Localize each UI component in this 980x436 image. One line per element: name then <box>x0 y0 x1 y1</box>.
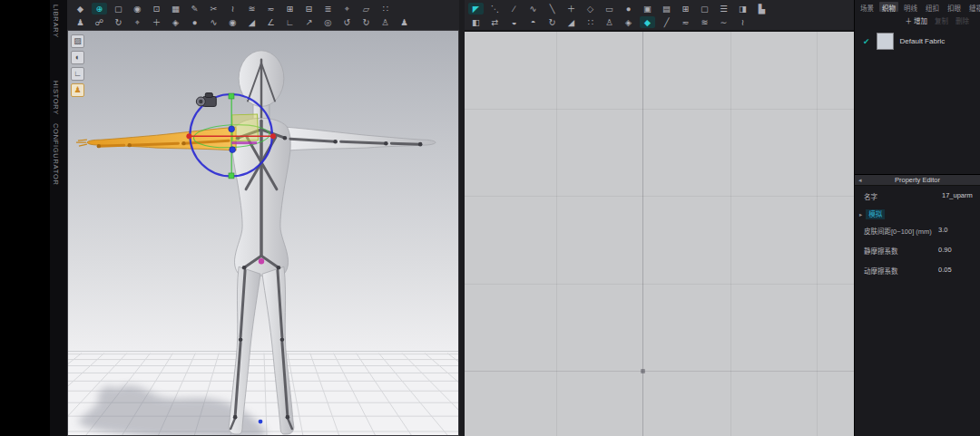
delete-fabric-button[interactable]: 删除 <box>956 15 969 25</box>
edit-sew-2d-icon[interactable]: ≀ <box>735 16 750 28</box>
sew-segment-2d-icon[interactable]: ≂ <box>678 16 693 28</box>
tab-buttonhole[interactable]: 扣眼 <box>945 2 964 12</box>
pin-2d-icon[interactable]: ◆ <box>640 16 655 28</box>
pin-box-icon[interactable]: ⊡ <box>149 3 164 15</box>
select-box-icon[interactable]: ▢ <box>111 3 126 15</box>
add-fabric-button[interactable]: ＋ 增加 <box>905 15 927 25</box>
attach-pin-icon[interactable]: ⌖ <box>130 16 145 28</box>
wind-icon[interactable]: ∿ <box>206 16 221 28</box>
fabric-swatch[interactable] <box>877 33 894 50</box>
tab-topstitch[interactable]: 明线 <box>901 2 920 12</box>
pose-avatar-icon[interactable]: ♟ <box>73 16 88 28</box>
figure-b-icon[interactable]: ♟ <box>397 16 412 28</box>
spin-right-icon[interactable]: ↻ <box>358 16 374 28</box>
tab-library[interactable]: LIBRARY <box>52 5 60 38</box>
edit-pattern-icon[interactable]: ⋱ <box>487 3 503 15</box>
arrange-point-icon[interactable]: ∷ <box>583 16 598 28</box>
pin-icon[interactable]: ◉ <box>130 3 145 15</box>
check-icon[interactable]: ✔ <box>863 37 870 46</box>
sew-free-icon[interactable]: ≀ <box>225 3 240 15</box>
sew-segment-icon[interactable]: ≋ <box>244 3 260 15</box>
sew-wave-icon[interactable]: ∼ <box>716 16 731 28</box>
select-mesh-icon[interactable]: ▦ <box>168 3 183 15</box>
clone-icon[interactable]: ◨ <box>735 3 750 15</box>
figure-a-icon[interactable]: ♙ <box>377 16 393 28</box>
sphere-icon[interactable]: ● <box>187 16 202 28</box>
flip-horizontal-icon[interactable]: ◒ <box>506 16 522 28</box>
name-value[interactable]: 17_uparm <box>942 191 980 199</box>
scissors-icon[interactable]: ✂ <box>206 3 221 15</box>
add-point-icon[interactable]: ＋ <box>564 3 579 15</box>
property-section-simulation[interactable]: ▸ 模拟 <box>855 205 980 221</box>
edit-point-line-icon[interactable]: ∕ <box>506 3 522 15</box>
camera-gizmo-icon[interactable] <box>196 93 216 107</box>
flatten-icon[interactable]: ▱ <box>358 3 374 15</box>
tab-button[interactable]: 纽扣 <box>923 2 942 12</box>
expand-arrow-icon[interactable]: ▸ <box>859 211 862 218</box>
arrangement-points-icon[interactable]: ∷ <box>377 3 393 15</box>
avatar-display-toggle[interactable]: ♟ <box>71 83 84 97</box>
show-avatar-toggle[interactable]: ◐ <box>71 51 84 64</box>
tab-configurator[interactable]: CONFIGURATOR <box>52 123 60 186</box>
sew-free-2d-icon[interactable]: ╱ <box>659 16 674 28</box>
avatar-circle-icon[interactable]: ◎ <box>320 16 336 28</box>
sewing-machine-icon[interactable]: ▙ <box>754 3 769 15</box>
rotate-joint-icon[interactable]: ↻ <box>111 16 126 28</box>
point-icon[interactable]: ◉ <box>225 16 240 28</box>
joint-select-icon[interactable]: ☍ <box>92 16 107 28</box>
show-arrangement-toggle[interactable]: ∟ <box>71 67 84 81</box>
property-row: 皮肤间距[0~100] (mm) 3.0 <box>855 221 980 241</box>
glue-tack-icon[interactable]: ＋ <box>149 16 164 28</box>
property-editor-header[interactable]: ◂ Property Editor <box>855 175 980 186</box>
attach-avatar-icon[interactable]: ♙ <box>602 16 617 28</box>
sew-mn-icon[interactable]: ≋ <box>697 16 712 28</box>
reinforce-icon[interactable]: ◈ <box>621 16 636 28</box>
dart-icon[interactable]: ▣ <box>640 3 655 15</box>
toolbar-2d: ◤⋱∕∿╲＋◇▭●▣▤⊞▢☰◨▙ ◧⇄◒◓↻◢∷♙◈◆╱≂≋∼≀ <box>459 0 854 30</box>
simulate-icon[interactable]: ◆ <box>73 3 88 15</box>
fabric-list-item[interactable]: ✔ Default Fabric <box>855 26 980 55</box>
topstitch-icon[interactable]: ≣ <box>320 3 336 15</box>
tab-scene[interactable]: 场景 <box>858 2 877 12</box>
collapse-icon[interactable]: ◂ <box>858 177 862 184</box>
spin-left-icon[interactable]: ↺ <box>339 16 355 28</box>
pelvis-root-joint[interactable] <box>259 258 264 264</box>
angle-a-icon[interactable]: ∠ <box>263 16 279 28</box>
edit-curvature-icon[interactable]: ∿ <box>525 3 541 15</box>
pleat-icon[interactable]: ▤ <box>659 3 674 15</box>
show-garment-toggle[interactable]: ▨ <box>71 34 84 48</box>
measure-tape-icon[interactable]: ⌖ <box>339 3 355 15</box>
mirror-pattern-icon[interactable]: ⇄ <box>487 16 503 28</box>
iron-icon[interactable]: ◢ <box>564 16 579 28</box>
viewport-3d[interactable]: ▨◐∟♟ <box>67 30 459 436</box>
select-move-icon[interactable]: ⊕ <box>92 3 107 15</box>
object-browser-tabs: 场景织物明线纽扣扣眼缝褶 <box>855 0 980 13</box>
flip-vertical-icon[interactable]: ◓ <box>525 16 541 28</box>
tab-fabric[interactable]: 织物 <box>879 2 898 12</box>
unfold-icon[interactable]: ◧ <box>468 16 484 28</box>
copy-fabric-button[interactable]: 复制 <box>935 15 948 25</box>
rectangle-icon[interactable]: ▭ <box>602 3 617 15</box>
angle-b-icon[interactable]: ∟ <box>282 16 298 28</box>
strengthen-icon[interactable]: ◈ <box>168 16 183 28</box>
trace-icon[interactable]: ▢ <box>697 3 712 15</box>
pattern-window-2d[interactable] <box>465 30 854 436</box>
edit-sewing-icon[interactable]: ≂ <box>263 3 279 15</box>
avatar-origin-point[interactable] <box>259 420 263 424</box>
grade-icon[interactable]: ☰ <box>716 3 731 15</box>
property-row: 动摩擦系数 0.05 <box>855 261 980 281</box>
seam-allowance-icon[interactable]: ⊞ <box>678 3 693 15</box>
buttonhole-icon[interactable]: ⊟ <box>301 3 317 15</box>
tab-history[interactable]: HISTORY <box>52 81 60 115</box>
tab-puckering[interactable]: 缝褶 <box>966 2 980 12</box>
button-icon[interactable]: ⊞ <box>282 3 298 15</box>
avatar-tape-icon[interactable]: ↗ <box>301 16 317 28</box>
toolbar-2d-row2: ◧⇄◒◓↻◢∷♙◈◆╱≂≋∼≀ <box>468 15 854 29</box>
brush-icon[interactable]: ✎ <box>187 3 202 15</box>
ellipse-icon[interactable]: ● <box>621 3 636 15</box>
fold-icon[interactable]: ◢ <box>244 16 260 28</box>
transform-pattern-icon[interactable]: ◤ <box>468 3 484 15</box>
polygon-icon[interactable]: ◇ <box>583 3 598 15</box>
rotate-pattern-icon[interactable]: ↻ <box>544 16 560 28</box>
edit-curve-point-icon[interactable]: ╲ <box>544 3 560 15</box>
